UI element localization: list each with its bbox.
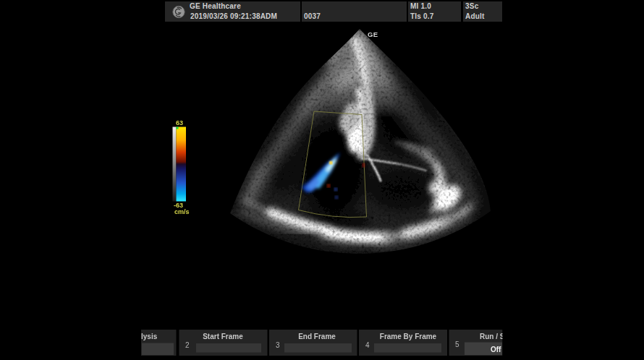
svg-text:0037: 0037 <box>304 12 321 20</box>
svg-text:3Sc: 3Sc <box>465 2 479 10</box>
svg-text:Run / S: Run / S <box>480 333 505 340</box>
svg-text:TIs 0.7: TIs 0.7 <box>410 12 434 20</box>
svg-text:4: 4 <box>365 341 370 349</box>
svg-text:End Frame: End Frame <box>298 333 336 340</box>
svg-text:Start Frame: Start Frame <box>203 333 243 340</box>
svg-text:3: 3 <box>276 341 280 349</box>
svg-text:5: 5 <box>455 340 459 348</box>
svg-text:lysis: lysis <box>141 333 158 340</box>
svg-text:cm/s: cm/s <box>174 208 190 215</box>
svg-text:2019/03/26 09:21:38ADM: 2019/03/26 09:21:38ADM <box>190 12 277 20</box>
svg-text:MI 1.0: MI 1.0 <box>410 2 431 10</box>
svg-text:GE Healthcare: GE Healthcare <box>190 2 241 10</box>
svg-text:Frame By Frame: Frame By Frame <box>380 333 437 340</box>
svg-text:2: 2 <box>185 341 190 349</box>
svg-text:Adult: Adult <box>465 12 485 20</box>
svg-text:Off: Off <box>491 346 501 353</box>
svg-text:63: 63 <box>176 119 183 127</box>
svg-text:GE: GE <box>368 30 378 38</box>
